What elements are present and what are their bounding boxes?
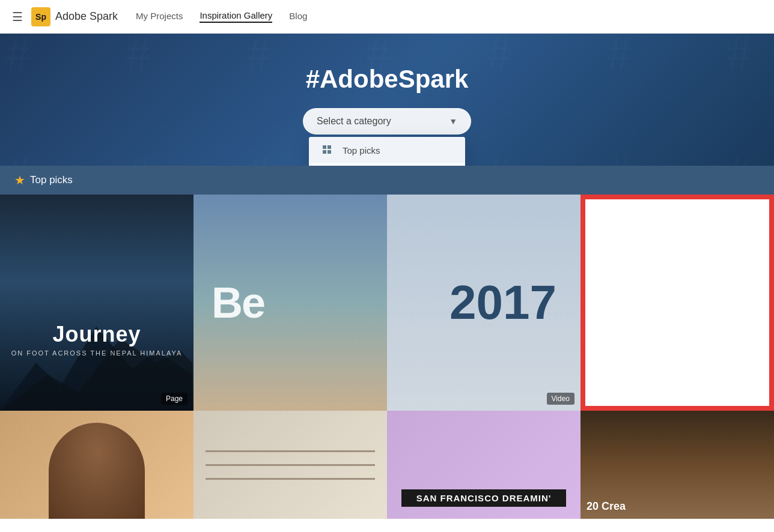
year-text: 2017 — [449, 275, 556, 330]
gallery-item-sf[interactable]: SAN FRANCISCO DREAMIN' — [387, 411, 580, 519]
gallery-item-woman[interactable] — [0, 411, 194, 519]
gallery-item-red-border[interactable] — [580, 195, 774, 411]
hero-section: #AdobeSpark Select a category ▼ Top pick… — [0, 34, 774, 166]
desert-text: Be — [212, 278, 264, 327]
hamburger-icon[interactable]: ☰ — [12, 10, 23, 24]
section-bar: ★ Top picks — [0, 166, 774, 195]
svg-rect-1 — [328, 145, 331, 149]
journey-title: Journey — [11, 322, 183, 347]
gallery-row-1: Journey ON FOOT ACROSS THE NEPAL HIMALAY… — [0, 195, 774, 411]
gallery-item-desert[interactable]: Be — [194, 195, 387, 411]
dropdown-item-art[interactable]: Art — [309, 163, 465, 166]
logo-icon: Sp — [31, 7, 50, 26]
navigation: ☰ Sp Adobe Spark My Projects Inspiration… — [0, 0, 774, 34]
gallery-row-2: SAN FRANCISCO DREAMIN' 20 Crea — [0, 411, 774, 519]
gallery-item-shelves[interactable] — [194, 411, 387, 519]
dropdown-item-top-picks[interactable]: Top picks — [309, 137, 465, 163]
svg-rect-0 — [323, 145, 326, 149]
nav-my-projects[interactable]: My Projects — [136, 11, 183, 22]
star-icon: ★ — [14, 173, 25, 187]
dropdown-item-label-top-picks: Top picks — [343, 145, 380, 156]
logo-link[interactable]: Sp Adobe Spark — [31, 7, 118, 26]
gallery-badge-page: Page — [161, 393, 187, 405]
grid-icon — [321, 144, 334, 157]
journey-subtitle: ON FOOT ACROSS THE NEPAL HIMALAYA — [11, 349, 183, 357]
gallery-item-journey[interactable]: Journey ON FOOT ACROSS THE NEPAL HIMALAY… — [0, 195, 194, 411]
nav-blog[interactable]: Blog — [289, 11, 307, 22]
svg-rect-3 — [328, 150, 331, 154]
gallery-item-2017[interactable]: 2017 Video — [387, 195, 580, 411]
sf-banner-text: SAN FRANCISCO DREAMIN' — [401, 489, 566, 507]
gallery-item-mountain2[interactable]: 20 Crea — [580, 411, 774, 519]
app-name: Adobe Spark — [55, 10, 118, 23]
svg-rect-2 — [323, 150, 326, 154]
dropdown-placeholder: Select a category — [317, 116, 391, 127]
category-dropdown-wrapper: Select a category ▼ Top picksArtCausesEd… — [303, 108, 471, 135]
nav-links: My Projects Inspiration Gallery Blog — [136, 10, 307, 23]
section-bar-label: Top picks — [30, 174, 73, 186]
mountain2-text: 20 Crea — [587, 500, 626, 513]
chevron-down-icon: ▼ — [449, 116, 457, 126]
category-dropdown-menu: Top picksArtCausesEducationFoodLifestyle… — [309, 137, 465, 166]
hero-title: #AdobeSpark — [306, 65, 469, 94]
nav-inspiration-gallery[interactable]: Inspiration Gallery — [200, 10, 272, 23]
gallery-badge-video: Video — [547, 393, 574, 405]
category-dropdown-button[interactable]: Select a category ▼ — [303, 108, 471, 135]
